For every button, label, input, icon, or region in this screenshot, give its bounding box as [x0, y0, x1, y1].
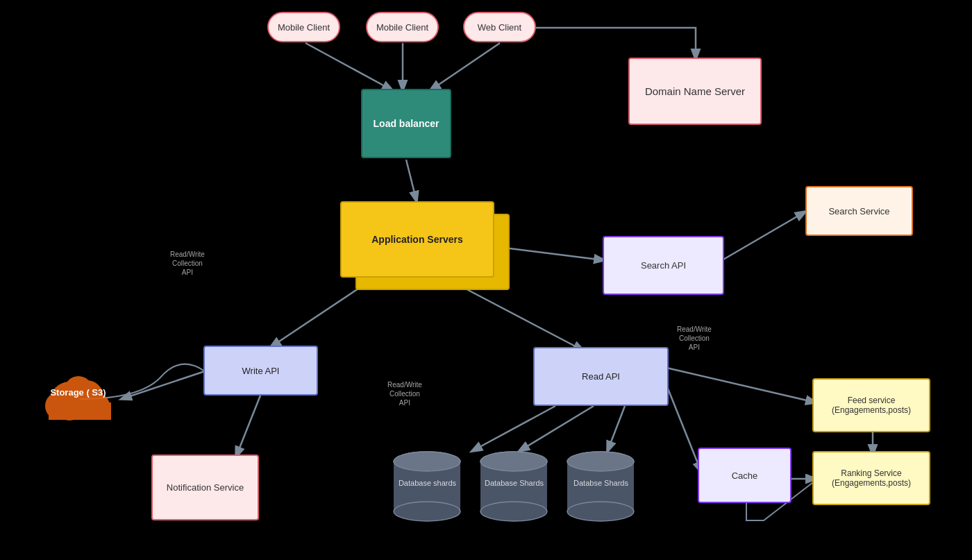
architecture-diagram: Mobile Client Mobile Client Web Client L…	[0, 0, 972, 560]
mobile-client-2: Mobile Client	[366, 12, 439, 42]
svg-point-28	[567, 502, 634, 521]
svg-line-2	[430, 43, 500, 90]
database-shard-3: Databse Shards	[564, 448, 637, 524]
svg-point-29	[567, 452, 634, 471]
svg-line-9	[519, 406, 594, 451]
svg-rect-17	[49, 402, 111, 420]
svg-point-21	[394, 452, 460, 471]
notification-service: Notification Service	[151, 455, 259, 520]
ranking-service: Ranking Service (Engagements,posts)	[812, 451, 930, 505]
svg-point-24	[480, 502, 547, 521]
cache-node: Cache	[698, 448, 791, 503]
label-read-write-1: Read/WriteCollection API	[170, 250, 205, 277]
read-api: Read API	[533, 347, 669, 406]
svg-line-0	[305, 43, 392, 90]
label-read-write-2: Read/WriteCollectionAPI	[387, 380, 422, 407]
storage-s3: Storage ( S3)	[31, 361, 125, 430]
load-balancer: Load balancer	[361, 89, 451, 158]
database-shard-1: Database shards	[391, 448, 464, 524]
svg-point-25	[480, 452, 547, 471]
svg-line-7	[236, 396, 260, 457]
database-shard-2: Database Shards	[478, 448, 551, 524]
write-api: Write API	[203, 346, 318, 396]
svg-line-8	[472, 406, 555, 451]
app-servers: Application Servers	[340, 201, 494, 278]
svg-line-10	[608, 406, 625, 451]
dns-node: Domain Name Server	[628, 58, 762, 125]
search-api: Search API	[603, 236, 724, 295]
feed-service: Feed service (Engagements,posts)	[812, 378, 930, 432]
web-client: Web Client	[463, 12, 536, 42]
svg-line-4	[493, 246, 604, 260]
search-service: Search Service	[805, 186, 913, 236]
label-read-write-3: Read/WriteCollectionAPI	[677, 325, 712, 352]
svg-point-20	[394, 502, 460, 521]
mobile-client-1: Mobile Client	[267, 12, 340, 42]
svg-line-3	[406, 160, 417, 201]
